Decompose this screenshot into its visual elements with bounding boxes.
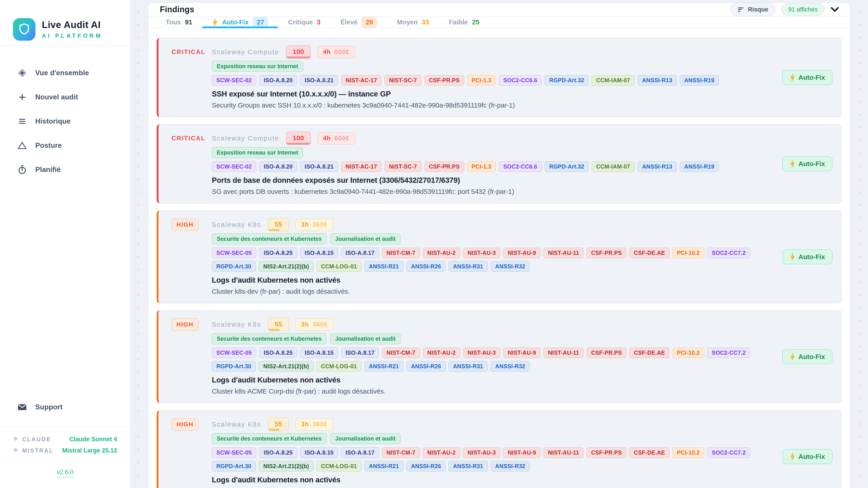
compliance-tag: NIST-SC-7 — [384, 161, 422, 172]
risk-score-badge: 55 — [268, 218, 289, 231]
effort-cost-badge: 4h 600€ — [317, 132, 355, 144]
model-block: CLAUDE Claude Sonnet 4 MISTRAL Mistral L… — [0, 427, 130, 456]
compliance-tag: ISO-A.8.25 — [259, 348, 297, 358]
category-badge: Securite des conteneurs et Kubernetes — [212, 433, 327, 444]
compliance-tag: ISO-A.8.25 — [259, 447, 297, 458]
tab-moyen[interactable]: Moyen 33 — [387, 17, 439, 28]
compliance-tag: SOC2-CC7.2 — [707, 348, 750, 358]
finding-meta: Scaleway K8s 55 3h 360€ — [212, 318, 776, 331]
compliance-tag: NIST-AU-11 — [544, 447, 584, 458]
compliance-tag: CSF-DE.AE — [629, 248, 669, 258]
compliance-tag: ANSSI-R21 — [364, 261, 403, 272]
findings-panel: Findings Risque 91 affichés Tous 91 — [148, 2, 850, 488]
severity-badge: HIGH — [172, 318, 198, 331]
sidebar-bottom: Support CLAUDE Claude Sonnet 4 MISTRAL — [0, 395, 130, 488]
compliance-tag: RGPD-Art.30 — [212, 461, 256, 471]
tab-faible[interactable]: Faible 25 — [439, 17, 489, 28]
compliance-tag: ANSSI-R31 — [448, 461, 488, 471]
finding-meta: Scaleway Compute 100 4h 600€ — [212, 131, 776, 145]
diamond-icon — [17, 68, 27, 77]
plus-icon — [17, 93, 27, 101]
effort-value: 3h — [301, 421, 309, 428]
effort-cost-badge: 4h 600€ — [317, 46, 355, 58]
sidebar-item-planifi-[interactable]: Planifié — [0, 158, 130, 182]
tab-count: 33 — [422, 19, 429, 26]
lightning-icon — [790, 74, 795, 81]
compliance-tag: CSF-PR.PS — [587, 447, 626, 458]
model-name: Mistral Large 25.12 — [62, 447, 117, 454]
sidebar-item-nouvel-audit[interactable]: Nouvel audit — [0, 85, 130, 109]
compliance-tag: ISO-A.8.20 — [259, 161, 297, 172]
support-label: Support — [35, 403, 63, 411]
tab-count: 29 — [362, 17, 377, 28]
tab-critique[interactable]: Critique 3 — [278, 17, 331, 28]
stopwatch-icon — [17, 165, 27, 174]
sort-icon — [738, 7, 744, 12]
compliance-tag: ANSSI-R21 — [364, 461, 403, 471]
sidebar-item-historique[interactable]: Historique — [0, 109, 130, 133]
compliance-tag: ANSSI-R13 — [638, 75, 677, 86]
compliance-tag: NIS2-Art.21(2)(b) — [259, 361, 313, 372]
compliance-tag: NIST-AU-9 — [503, 447, 540, 458]
tab-label: Faible — [449, 19, 468, 26]
chevron-down-icon[interactable] — [830, 7, 839, 12]
cost-value: 360€ — [313, 321, 328, 328]
risk-score-value: 100 — [293, 134, 304, 142]
compliance-tag: ANSSI-R13 — [638, 161, 677, 172]
autofix-button[interactable]: Auto-Fix — [782, 156, 833, 171]
risk-score-badge: 100 — [286, 131, 311, 145]
finding-card: HIGH Scaleway K8s 55 3h 360€ Securite de… — [157, 210, 842, 303]
compliance-tag: CSF-PR.PS — [587, 248, 626, 258]
tab-count: 91 — [185, 19, 192, 26]
severity-badge: CRITICAL — [172, 135, 206, 142]
autofix-button[interactable]: Auto-Fix — [782, 349, 833, 364]
risk-score-bar — [268, 229, 279, 231]
compliance-tag: NIST-AU-11 — [544, 348, 584, 358]
finding-description: Cluster k8s-ACME Corp-dsi (fr-par) : aud… — [212, 387, 776, 395]
effort-cost-badge: 3h 360€ — [296, 418, 334, 431]
tab-count: 3 — [317, 19, 320, 26]
sort-risque-button[interactable]: Risque — [730, 3, 776, 16]
risk-score-value: 55 — [275, 221, 282, 228]
app-logo — [13, 18, 35, 41]
sidebar-item-support[interactable]: Support — [0, 395, 130, 419]
compliance-tag: SCW-SEC-05 — [212, 248, 256, 258]
autofix-button[interactable]: Auto-Fix — [782, 70, 833, 85]
tab-auto-fix[interactable]: Auto-Fix 27 — [202, 17, 278, 28]
findings-list: CRITICAL Scaleway Compute 100 4h 600€ Ex… — [149, 28, 850, 488]
severity-tabs: Tous 91 Auto-Fix 27 Critique 3 Élevé 29 — [149, 17, 850, 28]
compliance-tag: NIST-AU-11 — [544, 248, 584, 258]
tab-count: 25 — [472, 19, 479, 26]
sidebar-item-posture[interactable]: Posture — [0, 133, 130, 158]
autofix-label: Auto-Fix — [798, 74, 825, 81]
category-badge: Journalisation et audit — [330, 433, 401, 444]
compliance-tag: NIST-CM-7 — [382, 447, 420, 458]
sidebar-item-label: Historique — [35, 117, 70, 125]
finding-title: Logs d'audit Kubernetes non activés — [212, 476, 776, 484]
compliance-tags: SCW-SEC-05ISO-A.8.25ISO-A.8.15ISO-A.8.17… — [212, 447, 776, 471]
compliance-tag: RGPD-Art.32 — [545, 161, 589, 172]
finding-card: CRITICAL Scaleway Compute 100 4h 600€ Ex… — [157, 38, 842, 117]
compliance-tag: NIST-AC-17 — [341, 75, 381, 86]
compliance-tag: CSF-DE.AE — [629, 447, 669, 458]
autofix-button[interactable]: Auto-Fix — [782, 250, 833, 264]
category-badge: Exposition reseau sur Internet — [212, 147, 303, 158]
risk-score-value: 100 — [293, 48, 304, 55]
compliance-tag: SOC2-CC7.2 — [707, 248, 750, 258]
envelope-icon — [17, 404, 27, 411]
version-link[interactable]: v2.6.0 — [57, 469, 73, 478]
compliance-tag: ISO-A.8.17 — [341, 248, 379, 258]
compliance-tag: ISO-A.8.17 — [341, 348, 379, 358]
risk-score-bar — [268, 429, 279, 431]
compliance-tag: CCM-LOG-01 — [316, 261, 362, 272]
compliance-tag: NIST-AU-9 — [503, 248, 540, 258]
compliance-tag: ANSSI-R32 — [491, 361, 530, 372]
sidebar-item-vue-d-ensemble[interactable]: Vue d'ensemble — [0, 61, 130, 85]
autofix-button[interactable]: Auto-Fix — [782, 449, 833, 464]
effort-cost-badge: 3h 360€ — [296, 318, 334, 331]
autofix-label: Auto-Fix — [798, 253, 825, 261]
severity-badge: HIGH — [172, 219, 198, 231]
tab-tous[interactable]: Tous 91 — [156, 17, 202, 28]
tab--lev-[interactable]: Élevé 29 — [331, 17, 387, 28]
compliance-tag: ANSSI-R31 — [448, 361, 488, 372]
